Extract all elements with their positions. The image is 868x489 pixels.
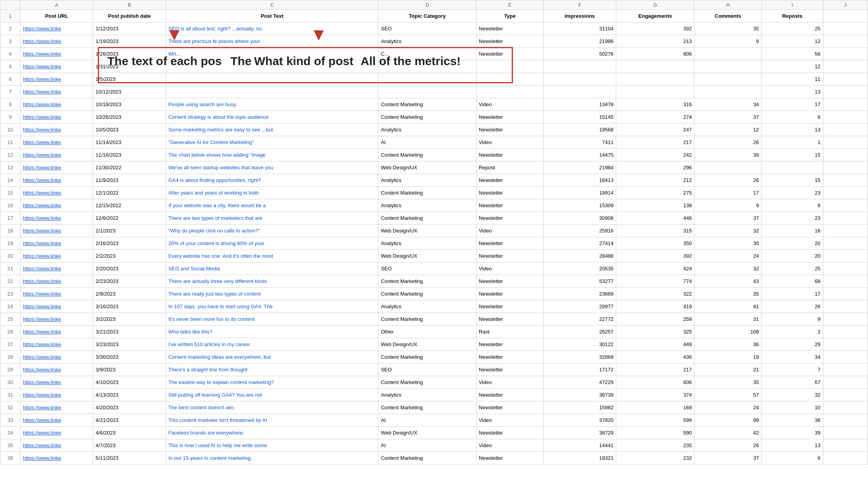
cell-url[interactable]: https://www.linke xyxy=(21,338,93,351)
cell-topic: Analytics xyxy=(378,199,476,212)
cell-empty-j xyxy=(823,86,868,98)
cell-post-text: If your website was a city, there would … xyxy=(166,199,378,212)
cell-url[interactable]: https://www.linke xyxy=(21,427,93,439)
table-row: 13https://www.linke11/30/2022We've all s… xyxy=(0,161,868,174)
col-letter-h[interactable]: H xyxy=(694,0,761,10)
col-letter-i[interactable]: I xyxy=(761,0,823,10)
cell-url[interactable]: https://www.linke xyxy=(21,262,93,275)
col-letter-g[interactable]: G xyxy=(616,0,694,10)
cell-url[interactable]: https://www.linke xyxy=(21,401,93,414)
cell-type xyxy=(476,60,543,73)
cell-comments: 37 xyxy=(694,111,761,124)
cell-url[interactable]: https://www.linke xyxy=(21,376,93,389)
cell-impressions xyxy=(543,73,616,86)
cell-date: 1/31/2023 xyxy=(93,60,166,73)
cell-url[interactable]: https://www.linke xyxy=(21,389,93,401)
col-letter-b[interactable]: B xyxy=(93,0,166,10)
cell-topic: Analytics xyxy=(378,35,476,48)
cell-url[interactable]: https://www.linke xyxy=(21,73,93,86)
cell-url[interactable]: https://www.linke xyxy=(21,60,93,73)
cell-empty-j xyxy=(823,149,868,161)
cell-url[interactable]: https://www.linke xyxy=(21,161,93,174)
row-num-13: 13 xyxy=(0,161,21,174)
row-num-4: 4 xyxy=(0,48,21,60)
cell-reposts: 10 xyxy=(761,401,823,414)
cell-reposts: 17 xyxy=(761,98,823,111)
cell-url[interactable]: https://www.linke xyxy=(21,174,93,187)
cell-url[interactable]: https://www.linke xyxy=(21,149,93,161)
table-row: 17https://www.linke12/8/2022There are tw… xyxy=(0,212,868,225)
cell-url[interactable]: https://www.linke xyxy=(21,414,93,427)
cell-url[interactable]: https://www.linke xyxy=(21,363,93,376)
cell-reposts: 17 xyxy=(761,288,823,300)
row-num-23: 23 xyxy=(0,288,21,300)
cell-date: 1/5/2023 xyxy=(93,73,166,86)
cell-impressions: 20535 xyxy=(543,262,616,275)
cell-impressions: 31104 xyxy=(543,22,616,35)
cell-url[interactable]: https://www.linke xyxy=(21,313,93,326)
cell-comments: 99 xyxy=(694,414,761,427)
cell-reposts: 32 xyxy=(761,389,823,401)
cell-url[interactable]: https://www.linke xyxy=(21,86,93,98)
col-letter-c[interactable]: C xyxy=(166,0,378,10)
cell-reposts: 15 xyxy=(761,149,823,161)
cell-type: Newsletter xyxy=(476,427,543,439)
table-row: 14https://www.linke11/9/2023GA4 is about… xyxy=(0,174,868,187)
col-letter-a[interactable]: A xyxy=(21,0,93,10)
cell-url[interactable]: https://www.linke xyxy=(21,275,93,288)
cell-url[interactable]: https://www.linke xyxy=(21,98,93,111)
cell-date: 4/6/2023 xyxy=(93,427,166,439)
table-row: 30https://www.linke4/10/2023The easiest … xyxy=(0,376,868,389)
cell-url[interactable]: https://www.linke xyxy=(21,22,93,35)
cell-type: Newsletter xyxy=(476,452,543,465)
cell-url[interactable]: https://www.linke xyxy=(21,136,93,149)
cell-url[interactable]: https://www.linke xyxy=(21,250,93,262)
row-num-17: 17 xyxy=(0,212,21,225)
table-row: 28https://www.linke3/30/2023Content mark… xyxy=(0,351,868,363)
col-letter-j[interactable]: J xyxy=(823,0,868,10)
cell-url[interactable]: https://www.linke xyxy=(21,212,93,225)
cell-engagements: 806 xyxy=(616,48,694,60)
cell-url[interactable]: https://www.linke xyxy=(21,439,93,452)
row-num-8: 8 xyxy=(0,98,21,111)
col-letter-f[interactable]: F xyxy=(543,0,616,10)
cell-url[interactable]: https://www.linke xyxy=(21,48,93,60)
cell-impressions: 37820 xyxy=(543,414,616,427)
cell-url[interactable]: https://www.linke xyxy=(21,237,93,250)
cell-reposts: 6 xyxy=(761,452,823,465)
cell-topic: Content Marketing xyxy=(378,212,476,225)
table-row: 2https://www.linke1/12/2023SEO is all ab… xyxy=(0,22,868,35)
cell-empty-j xyxy=(823,174,868,187)
cell-url[interactable]: https://www.linke xyxy=(21,199,93,212)
col-letter-e[interactable]: E xyxy=(476,0,543,10)
cell-url[interactable]: https://www.linke xyxy=(21,111,93,124)
cell-date: 3/30/2023 xyxy=(93,351,166,363)
cell-impressions: 29977 xyxy=(543,300,616,313)
cell-empty-j xyxy=(823,275,868,288)
cell-engagements xyxy=(616,73,694,86)
cell-url[interactable]: https://www.linke xyxy=(21,124,93,136)
col-letter-d[interactable]: D xyxy=(378,0,476,10)
cell-empty-j xyxy=(823,427,868,439)
cell-url[interactable]: https://www.linke xyxy=(21,35,93,48)
cell-impressions: 25916 xyxy=(543,225,616,237)
cell-impressions: 32869 xyxy=(543,351,616,363)
cell-url[interactable]: https://www.linke xyxy=(21,326,93,338)
table-row: 33https://www.linke4/21/2023This content… xyxy=(0,414,868,427)
cell-url[interactable]: https://www.linke xyxy=(21,187,93,199)
cell-url[interactable]: https://www.linke xyxy=(21,452,93,465)
table-row: 31https://www.linke4/13/2023Still puttin… xyxy=(0,389,868,401)
cell-topic: SEO xyxy=(378,22,476,35)
row-num-29: 29 xyxy=(0,363,21,376)
cell-empty-j xyxy=(823,187,868,199)
cell-type: Video xyxy=(476,136,543,149)
cell-reposts: 36 xyxy=(761,414,823,427)
cell-url[interactable]: https://www.linke xyxy=(21,225,93,237)
cell-empty-j xyxy=(823,326,868,338)
cell-type: Rant xyxy=(476,326,543,338)
cell-url[interactable]: https://www.linke xyxy=(21,300,93,313)
cell-url[interactable]: https://www.linke xyxy=(21,288,93,300)
cell-url[interactable]: https://www.linke xyxy=(21,351,93,363)
cell-date: 11/16/2023 xyxy=(93,149,166,161)
cell-topic: SEO xyxy=(378,363,476,376)
